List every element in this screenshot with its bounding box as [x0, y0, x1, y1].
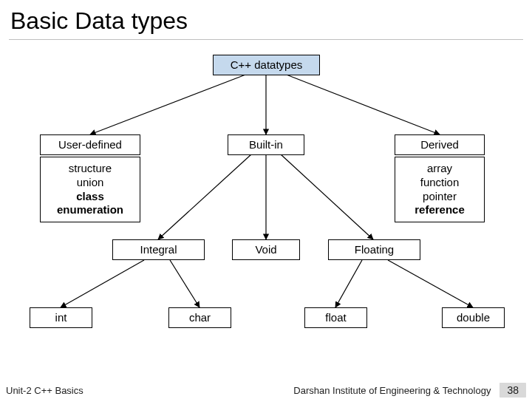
diagram-canvas: C++ datatypes User-defined Built-in Deri…: [0, 40, 532, 371]
svg-line-6: [61, 260, 144, 307]
slide-title: Basic Data types: [0, 0, 532, 39]
node-derived-items: array function pointer reference: [395, 157, 485, 222]
node-root: C++ datatypes: [213, 55, 320, 75]
node-floating: Floating: [328, 239, 420, 260]
slide-footer: Unit-2 C++ Basics Darshan Institute of E…: [0, 383, 532, 399]
node-double: double: [442, 307, 505, 328]
user-defined-item: union: [51, 176, 129, 190]
user-defined-item: class: [51, 190, 129, 204]
node-char: char: [168, 307, 231, 328]
node-int: int: [30, 307, 92, 328]
svg-line-8: [335, 260, 362, 307]
user-defined-item: structure: [51, 162, 129, 176]
svg-line-2: [284, 74, 440, 134]
user-defined-item: enumeration: [51, 203, 129, 217]
node-user-defined-items: structure union class enumeration: [40, 157, 140, 222]
svg-line-3: [158, 154, 251, 239]
node-float: float: [304, 307, 367, 328]
svg-line-5: [281, 154, 373, 239]
svg-line-7: [170, 260, 200, 307]
svg-line-9: [388, 260, 473, 307]
node-user-defined-header: User-defined: [40, 134, 140, 155]
node-integral: Integral: [112, 239, 205, 260]
node-void: Void: [232, 239, 300, 260]
node-derived-header: Derived: [395, 134, 485, 155]
derived-item: function: [406, 176, 474, 190]
derived-item: reference: [406, 203, 474, 217]
svg-line-0: [90, 74, 248, 134]
derived-item: pointer: [406, 190, 474, 204]
footer-right: Darshan Institute of Engineering & Techn…: [293, 385, 491, 396]
derived-item: array: [406, 162, 474, 176]
footer-left: Unit-2 C++ Basics: [6, 385, 83, 396]
node-built-in-header: Built-in: [228, 134, 304, 155]
footer-page-number: 38: [499, 383, 526, 398]
